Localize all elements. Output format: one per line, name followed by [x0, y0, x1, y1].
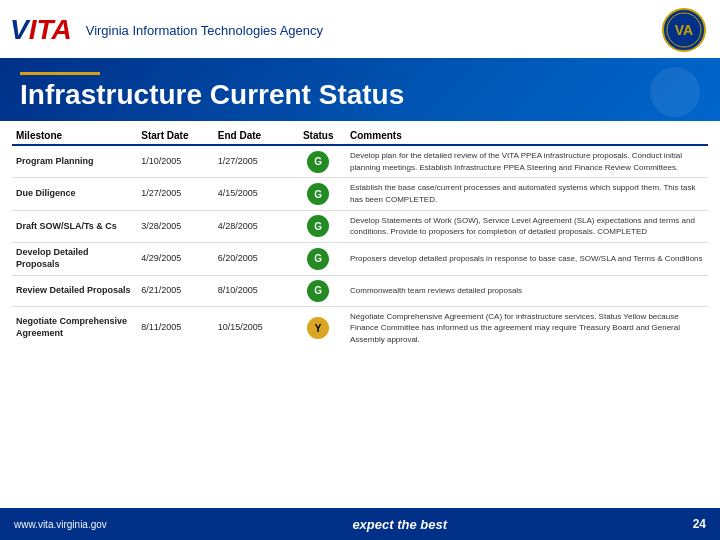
- cell-comment: Establish the base case/current processe…: [346, 178, 708, 210]
- status-indicator: Y: [307, 317, 329, 339]
- cell-comment: Develop plan for the detailed review of …: [346, 145, 708, 178]
- cell-start: 1/10/2005: [137, 145, 214, 178]
- cell-status: G: [290, 178, 346, 210]
- page-title: Infrastructure Current Status: [20, 79, 700, 111]
- cell-end: 1/27/2005: [214, 145, 291, 178]
- footer: www.vita.virginia.gov expect the best 24: [0, 508, 720, 540]
- table-area: Milestone Start Date End Date Status Com…: [0, 121, 720, 350]
- page-number: 24: [693, 517, 706, 531]
- col-status: Status: [290, 127, 346, 145]
- logo-ita: ITA: [29, 16, 72, 44]
- status-indicator: G: [307, 280, 329, 302]
- col-comments: Comments: [346, 127, 708, 145]
- table-row: Due Diligence 1/27/2005 4/15/2005 G Esta…: [12, 178, 708, 210]
- status-indicator: G: [307, 183, 329, 205]
- table-row: Negotiate Comprehensive Agreement 8/11/2…: [12, 306, 708, 350]
- header: VITA Virginia Information Technologies A…: [0, 0, 720, 58]
- cell-start: 1/27/2005: [137, 178, 214, 210]
- status-indicator: G: [307, 151, 329, 173]
- cell-comment: Proposers develop detailed proposals in …: [346, 243, 708, 275]
- cell-start: 8/11/2005: [137, 306, 214, 350]
- cell-start: 6/21/2005: [137, 275, 214, 306]
- cell-comment: Negotiate Comprehensive Agreement (CA) f…: [346, 306, 708, 350]
- cell-end: 4/15/2005: [214, 178, 291, 210]
- gold-line: [20, 72, 100, 75]
- table-header-row: Milestone Start Date End Date Status Com…: [12, 127, 708, 145]
- cell-start: 4/29/2005: [137, 243, 214, 275]
- col-end: End Date: [214, 127, 291, 145]
- footer-tagline: expect the best: [352, 517, 447, 532]
- cell-milestone: Program Planning: [12, 145, 137, 178]
- agency-name: Virginia Information Technologies Agency: [86, 23, 323, 38]
- cell-end: 4/28/2005: [214, 210, 291, 242]
- cell-milestone: Review Detailed Proposals: [12, 275, 137, 306]
- cell-status: G: [290, 243, 346, 275]
- logo-area: VITA Virginia Information Technologies A…: [10, 16, 323, 44]
- status-indicator: G: [307, 215, 329, 237]
- cell-end: 8/10/2005: [214, 275, 291, 306]
- cell-comment: Develop Statements of Work (SOW), Servic…: [346, 210, 708, 242]
- status-table: Milestone Start Date End Date Status Com…: [12, 127, 708, 350]
- cell-milestone: Develop Detailed Proposals: [12, 243, 137, 275]
- va-seal: VA: [662, 8, 706, 52]
- cell-status: G: [290, 210, 346, 242]
- col-start: Start Date: [137, 127, 214, 145]
- table-row: Develop Detailed Proposals 4/29/2005 6/2…: [12, 243, 708, 275]
- cell-milestone: Negotiate Comprehensive Agreement: [12, 306, 137, 350]
- footer-url: www.vita.virginia.gov: [14, 519, 107, 530]
- vita-logo: VITA: [10, 16, 72, 44]
- cell-status: G: [290, 275, 346, 306]
- table-row: Review Detailed Proposals 6/21/2005 8/10…: [12, 275, 708, 306]
- col-milestone: Milestone: [12, 127, 137, 145]
- table-row: Program Planning 1/10/2005 1/27/2005 G D…: [12, 145, 708, 178]
- cell-milestone: Due Diligence: [12, 178, 137, 210]
- svg-text:VA: VA: [675, 22, 693, 38]
- cell-status: G: [290, 145, 346, 178]
- cell-end: 10/15/2005: [214, 306, 291, 350]
- cell-status: Y: [290, 306, 346, 350]
- status-indicator: G: [307, 248, 329, 270]
- cell-milestone: Draft SOW/SLA/Ts & Cs: [12, 210, 137, 242]
- cell-comment: Commonwealth team reviews detailed propo…: [346, 275, 708, 306]
- title-bar: Infrastructure Current Status: [0, 62, 720, 121]
- logo-v: V: [10, 16, 29, 44]
- table-row: Draft SOW/SLA/Ts & Cs 3/28/2005 4/28/200…: [12, 210, 708, 242]
- cell-end: 6/20/2005: [214, 243, 291, 275]
- cell-start: 3/28/2005: [137, 210, 214, 242]
